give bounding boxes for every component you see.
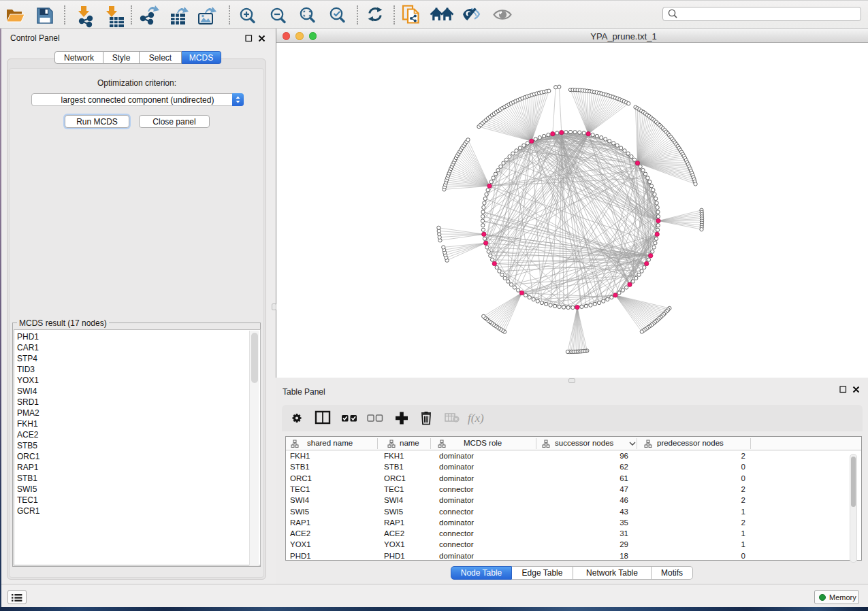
svg-text:f(x): f(x) <box>468 412 484 425</box>
